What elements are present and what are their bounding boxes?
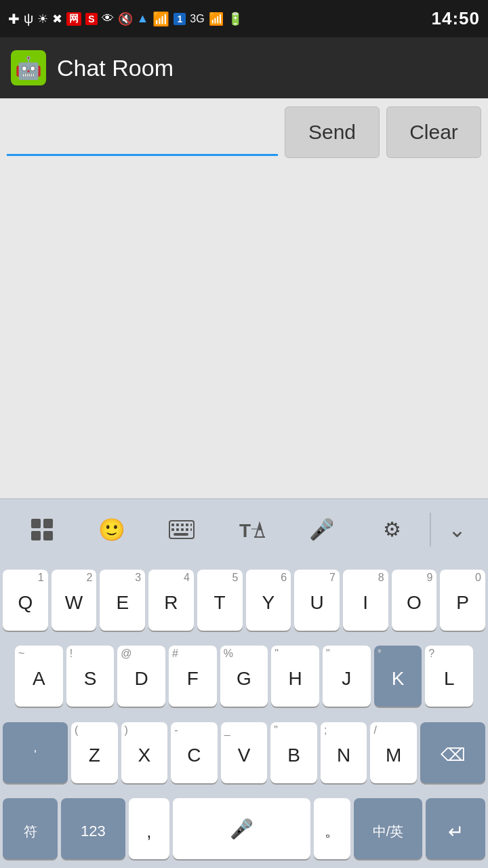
key-o[interactable]: 9O [392, 570, 437, 631]
key-r[interactable]: 4R [148, 570, 194, 631]
key-w[interactable]: 2W [52, 570, 97, 631]
key-j[interactable]: "J [323, 646, 371, 707]
key-comma[interactable]: , [129, 798, 170, 859]
svg-rect-8 [186, 524, 188, 526]
key-k[interactable]: *K [374, 646, 422, 707]
status-time: 14:50 [432, 8, 481, 29]
block-icon: ✖ [52, 12, 62, 26]
key-p[interactable]: 0P [440, 570, 485, 631]
key-symbols[interactable]: 符 [3, 798, 58, 859]
key-123[interactable]: 123 [61, 798, 125, 859]
svg-rect-1 [43, 519, 53, 528]
mute-icon: 🔇 [118, 12, 133, 26]
svg-rect-9 [190, 524, 192, 526]
svg-rect-7 [181, 524, 184, 526]
kb-tool-emoji[interactable]: 🙂 [77, 509, 146, 550]
add-icon: ✚ [8, 11, 20, 27]
svg-rect-6 [176, 524, 179, 526]
battery-icon: 🔋 [228, 12, 243, 26]
key-b[interactable]: "B [270, 722, 317, 783]
app-bar: 🤖 Chat Room [0, 37, 488, 98]
status-bar: ✚ ψ ☀ ✖ 网 S 👁 🔇 ▲ 📶 1 3G 📶 🔋 14:50 [0, 0, 488, 37]
key-g[interactable]: %G [220, 646, 268, 707]
status-icons: ✚ ψ ☀ ✖ 网 S 👁 🔇 ▲ 📶 1 3G 📶 🔋 [8, 11, 243, 27]
key-lang-switch[interactable]: 中/英 [354, 798, 422, 859]
eye-icon: 👁 [102, 12, 114, 26]
svg-rect-2 [31, 531, 41, 540]
svg-rect-11 [176, 528, 179, 531]
keyboard-row-3: ' (Z )X -C _V "B ;N /M ⌫ [3, 716, 485, 789]
key-n[interactable]: ;N [321, 722, 367, 783]
key-a[interactable]: ~A [15, 646, 63, 707]
clear-button[interactable]: Clear [386, 106, 481, 158]
key-m[interactable]: /M [370, 722, 417, 783]
key-q[interactable]: 1Q [3, 570, 48, 631]
usb-icon: ψ [24, 11, 33, 26]
kb-tool-grid[interactable] [7, 509, 77, 550]
network-icon: 网 [66, 12, 81, 26]
kb-tool-textsize[interactable]: T [217, 509, 287, 550]
kb-chevron-button[interactable]: ⌄ [434, 509, 481, 550]
kb-toolbar-divider [430, 513, 431, 547]
svg-text:T: T [239, 520, 251, 541]
key-period[interactable]: 。 [314, 798, 350, 859]
keyboard: 1Q 2W 3E 4R 5T 6Y 7U 8I 9O 0P ~A !S @D #… [0, 559, 488, 868]
svg-rect-13 [186, 528, 188, 531]
key-l[interactable]: ?L [425, 646, 473, 707]
svg-rect-0 [31, 519, 41, 528]
key-z[interactable]: (Z [71, 722, 118, 783]
key-t[interactable]: 5T [197, 570, 243, 631]
wifi-icon: 📶 [152, 11, 169, 27]
app-logo: 🤖 [11, 50, 46, 85]
key-y[interactable]: 6Y [246, 570, 291, 631]
keyboard-toolbar: 🙂 T 🎤 ⚙ ⌄ [0, 498, 488, 559]
brightness-icon: ☀ [37, 12, 48, 26]
svg-rect-15 [174, 533, 188, 536]
chat-area [0, 166, 488, 498]
key-backspace[interactable]: ⌫ [420, 722, 485, 783]
app-title: Chat Room [57, 55, 174, 81]
vpn-icon: ▲ [137, 12, 149, 26]
key-e[interactable]: 3E [100, 570, 145, 631]
signal-icon: 📶 [209, 12, 224, 26]
key-space[interactable]: 🎤 [173, 798, 310, 859]
svg-rect-5 [171, 524, 174, 526]
input-area: Send Clear [0, 98, 488, 166]
keyboard-row-2: ~A !S @D #F %G "H "J *K ?L [3, 640, 485, 713]
svg-rect-3 [43, 531, 53, 540]
key-v[interactable]: _V [221, 722, 268, 783]
key-i[interactable]: 8I [343, 570, 388, 631]
keyboard-row-1: 1Q 2W 3E 4R 5T 6Y 7U 8I 9O 0P [3, 564, 485, 637]
3g-icon: 3G [190, 13, 204, 25]
key-h[interactable]: "H [271, 646, 319, 707]
svg-rect-12 [181, 528, 184, 531]
num-1-icon: 1 [174, 13, 186, 25]
key-u[interactable]: 7U [294, 570, 340, 631]
key-x[interactable]: )X [121, 722, 168, 783]
keyboard-row-4: 符 123 , 🎤 。 中/英 ↵ [3, 793, 485, 866]
key-d[interactable]: @D [117, 646, 165, 707]
kb-tool-mic[interactable]: 🎤 [287, 509, 357, 550]
key-c[interactable]: -C [171, 722, 218, 783]
key-shift[interactable]: ' [3, 722, 68, 783]
s-icon: S [85, 13, 97, 25]
key-enter[interactable]: ↵ [426, 798, 485, 859]
svg-rect-10 [171, 528, 174, 531]
send-button[interactable]: Send [285, 106, 380, 158]
key-s[interactable]: !S [66, 646, 115, 707]
message-input[interactable] [7, 108, 278, 156]
kb-tool-settings[interactable]: ⚙ [357, 509, 427, 550]
kb-tool-keyboard[interactable] [147, 509, 217, 550]
key-f[interactable]: #F [169, 646, 217, 707]
svg-rect-14 [190, 528, 192, 531]
